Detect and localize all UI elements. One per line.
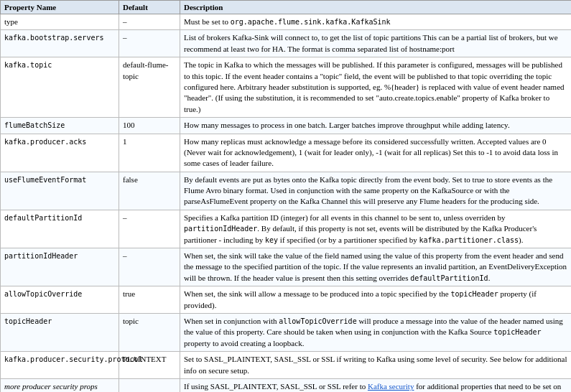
property-name-cell: flumeBatchSize bbox=[1, 118, 119, 134]
property-name-cell: defaultPartitionId bbox=[1, 210, 119, 248]
property-name: topicHeader bbox=[4, 317, 52, 325]
property-default-cell: – bbox=[119, 30, 180, 57]
property-desc-cell: Specifies a Kafka partition ID (integer)… bbox=[180, 210, 572, 248]
property-desc-cell: How many messages to process in one batc… bbox=[180, 118, 572, 134]
property-default-cell: false bbox=[119, 172, 180, 210]
kafka-security-link[interactable]: Kafka security bbox=[368, 382, 414, 391]
main-table-container: Property Name Default Description type–M… bbox=[0, 0, 571, 392]
property-desc-cell: How many replicas must acknowledge a mes… bbox=[180, 134, 572, 172]
property-desc-cell: Must be set to org.apache.flume.sink.kaf… bbox=[180, 14, 572, 30]
property-desc-cell: When set, the sink will allow a message … bbox=[180, 286, 572, 314]
property-default-cell: 1 bbox=[119, 134, 180, 172]
table-row: defaultPartitionId–Specifies a Kafka par… bbox=[1, 210, 572, 248]
code-span: partitionIdHeader bbox=[184, 225, 257, 233]
table-header-row: Property Name Default Description bbox=[1, 1, 572, 14]
property-name-cell: kafka.producer.acks bbox=[1, 134, 119, 172]
property-default-cell: – bbox=[119, 210, 180, 248]
header-property-name: Property Name bbox=[1, 1, 119, 14]
property-name: allowTopicOverride bbox=[4, 290, 82, 298]
property-default-cell: 100 bbox=[119, 118, 180, 134]
property-desc-cell: List of brokers Kafka-Sink will connect … bbox=[180, 30, 572, 57]
property-name: kafka.topic bbox=[4, 61, 52, 69]
property-default-cell: default-flume-topic bbox=[119, 57, 180, 118]
property-name-cell: more producer security props bbox=[1, 378, 119, 392]
table-row: flumeBatchSize100How many messages to pr… bbox=[1, 118, 572, 134]
code-span: allowTopicOverride bbox=[279, 317, 356, 325]
property-desc-cell: When set in conjunction with allowTopicO… bbox=[180, 313, 572, 351]
table-row: partitionIdHeader–When set, the sink wil… bbox=[1, 248, 572, 286]
code-span: defaultPartitionId bbox=[410, 274, 488, 282]
table-row: type–Must be set to org.apache.flume.sin… bbox=[1, 14, 572, 30]
property-name-cell: kafka.topic bbox=[1, 57, 119, 118]
property-name-cell: useFlumeEventFormat bbox=[1, 172, 119, 210]
property-name: partitionIdHeader bbox=[4, 252, 78, 260]
property-name-cell: kafka.bootstrap.servers bbox=[1, 30, 119, 57]
property-name: kafka.producer.security.protocol bbox=[4, 355, 143, 363]
code-span: topicHeader bbox=[450, 290, 498, 298]
property-default-cell bbox=[119, 378, 180, 392]
property-name: flumeBatchSize bbox=[4, 121, 65, 129]
property-desc-cell: If using SASL_PLAINTEXT, SASL_SSL or SSL… bbox=[180, 378, 572, 392]
code-span: key bbox=[265, 236, 278, 244]
property-desc-cell: Set to SASL_PLAINTEXT, SASL_SSL or SSL i… bbox=[180, 352, 572, 379]
header-default: Default bbox=[119, 1, 180, 14]
property-name-cell: partitionIdHeader bbox=[1, 248, 119, 286]
code-span: topicHeader bbox=[493, 328, 541, 336]
property-name: kafka.producer.acks bbox=[4, 138, 86, 146]
property-default-cell: PLAINTEXT bbox=[119, 352, 180, 379]
property-name-cell: allowTopicOverride bbox=[1, 286, 119, 314]
header-description: Description bbox=[180, 1, 572, 14]
property-name: kafka.bootstrap.servers bbox=[4, 34, 103, 42]
property-default-cell: topic bbox=[119, 313, 180, 351]
table-row: kafka.bootstrap.servers–List of brokers … bbox=[1, 30, 572, 57]
property-desc-cell: The topic in Kafka to which the messages… bbox=[180, 57, 572, 118]
table-row: allowTopicOverridetrueWhen set, the sink… bbox=[1, 286, 572, 314]
code-span: org.apache.flume.sink.kafka.KafkaSink bbox=[231, 18, 391, 26]
property-desc-cell: By default events are put as bytes onto … bbox=[180, 172, 572, 210]
table-row: more producer security propsIf using SAS… bbox=[1, 378, 572, 392]
property-default-cell: – bbox=[119, 14, 180, 30]
table-row: useFlumeEventFormatfalseBy default event… bbox=[1, 172, 572, 210]
property-name-cell: topicHeader bbox=[1, 313, 119, 351]
property-name-cell: kafka.producer.security.protocol bbox=[1, 352, 119, 379]
table-row: kafka.producer.security.protocolPLAINTEX… bbox=[1, 352, 572, 379]
table-row: kafka.producer.acks1How many replicas mu… bbox=[1, 134, 572, 172]
property-default-cell: – bbox=[119, 248, 180, 286]
property-desc-cell: When set, the sink will take the value o… bbox=[180, 248, 572, 286]
property-name-cell: type bbox=[1, 14, 119, 30]
property-default-cell: true bbox=[119, 286, 180, 314]
properties-table: Property Name Default Description type–M… bbox=[0, 0, 571, 392]
property-name: useFlumeEventFormat bbox=[4, 176, 86, 184]
property-name: defaultPartitionId bbox=[4, 214, 82, 222]
code-span: kafka.partitioner.class bbox=[419, 236, 519, 244]
table-row: kafka.topicdefault-flume-topicThe topic … bbox=[1, 57, 572, 118]
table-row: topicHeadertopicWhen set in conjunction … bbox=[1, 313, 572, 351]
